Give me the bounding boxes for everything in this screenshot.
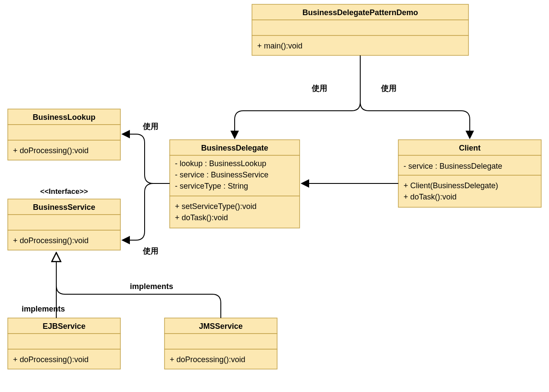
svg-rect-1 (252, 20, 468, 35)
edge-jms-service-label: implements (130, 282, 173, 291)
class-delegate-name: BusinessDelegate (201, 144, 268, 152)
class-lookup-method-0: + doProcessing():void (13, 146, 89, 155)
class-client-name: Client (459, 144, 481, 152)
svg-rect-19 (165, 334, 277, 349)
class-delegate-attr-1: - service : BusinessService (175, 170, 268, 179)
class-lookup-name: BusinessLookup (32, 113, 95, 122)
class-delegate-attr-0: - lookup : BusinessLookup (175, 159, 266, 168)
edge-demo-client-label: 使用 (381, 84, 397, 93)
class-lookup: BusinessLookup + doProcessing():void (8, 109, 120, 160)
class-jms: JMSService + doProcessing():void (165, 318, 277, 369)
svg-rect-14 (398, 175, 541, 207)
class-jms-method-0: + doProcessing():void (170, 355, 245, 364)
class-delegate-method-0: + setServiceType():void (175, 202, 257, 211)
svg-rect-11 (170, 196, 300, 228)
class-ejb-method-0: + doProcessing():void (13, 355, 89, 364)
class-client-attr-0: - service : BusinessDelegate (404, 162, 502, 170)
class-service-stereotype: <<Interface>> (40, 187, 88, 196)
class-demo: BusinessDelegatePatternDemo + main():voi… (252, 4, 468, 55)
class-client: Client - service : BusinessDelegate + Cl… (398, 140, 541, 207)
edge-delegate-lookup-label: 使用 (142, 122, 158, 131)
svg-rect-7 (8, 215, 120, 230)
class-delegate-method-1: + doTask():void (175, 213, 228, 222)
edge-demo-client (360, 55, 470, 138)
class-demo-name: BusinessDelegatePatternDemo (302, 8, 418, 17)
class-delegate-attr-2: - serviceType : String (175, 182, 248, 190)
class-ejb: EJBService + doProcessing():void (8, 318, 120, 369)
class-client-method-0: + Client(BusinessDelegate) (404, 181, 498, 190)
class-demo-method-0: + main():void (257, 42, 303, 50)
edge-ejb-service-label: implements (22, 305, 65, 313)
edge-delegate-lookup (122, 134, 170, 183)
svg-rect-16 (8, 334, 120, 349)
class-client-method-1: + doTask():void (404, 193, 457, 201)
class-service-name: BusinessService (33, 203, 95, 212)
class-jms-name: JMSService (199, 322, 242, 331)
edge-delegate-service-label: 使用 (142, 247, 158, 255)
edge-delegate-service (122, 183, 170, 240)
class-ejb-name: EJBService (42, 322, 85, 331)
class-delegate: BusinessDelegate - lookup : BusinessLook… (170, 140, 300, 228)
edge-demo-delegate (235, 55, 360, 138)
class-service-method-0: + doProcessing():void (13, 236, 89, 245)
edge-demo-delegate-label: 使用 (311, 84, 327, 93)
svg-rect-4 (8, 125, 120, 140)
class-service: <<Interface>> BusinessService + doProces… (8, 187, 120, 250)
uml-diagram: BusinessDelegatePatternDemo + main():voi… (0, 0, 549, 392)
